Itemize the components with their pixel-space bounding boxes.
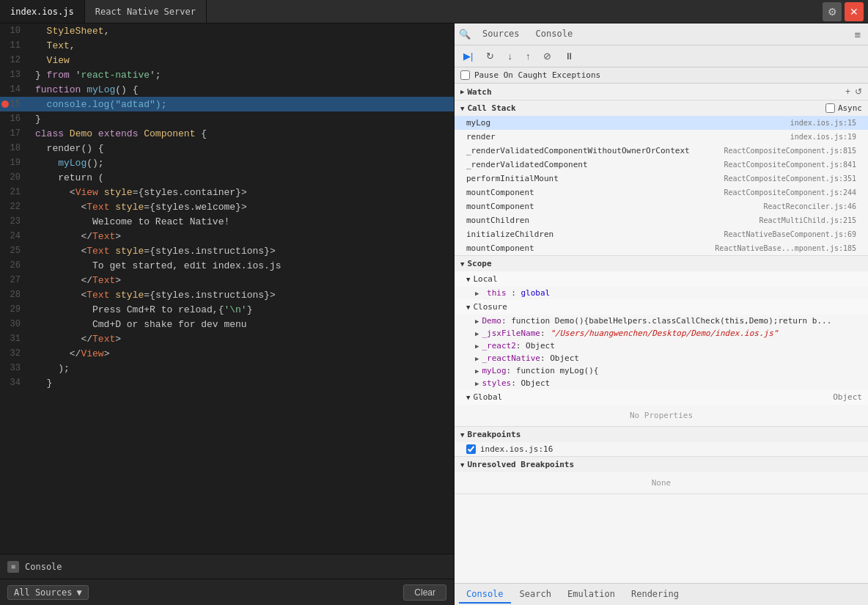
closure-expand-icon: ▶ <box>475 318 479 325</box>
line-gutter[interactable]: 26 <box>0 258 29 273</box>
call-stack-item[interactable]: mountComponentReactReconciler.js:46 <box>455 199 868 213</box>
breakpoint-checkbox[interactable] <box>466 444 476 454</box>
closure-items: ▶Demo: function Demo(){babelHelpers.clas… <box>455 315 868 389</box>
bottom-tab-rendering[interactable]: Rendering <box>624 586 686 604</box>
code-content: Welcome to React Native! <box>29 214 454 229</box>
closure-expand-icon: ▶ <box>475 380 479 387</box>
tab-sources[interactable]: Sources <box>475 26 527 43</box>
closure-header[interactable]: ▼ Closure <box>455 299 868 315</box>
editor-pane: 10 StyleSheet,11 Text,12 View13} from 'r… <box>0 23 455 605</box>
call-stack-item[interactable]: mountComponentReactCompositeComponent.js… <box>455 186 868 199</box>
tab-index-ios[interactable]: index.ios.js <box>0 0 85 23</box>
tab-console[interactable]: Console <box>529 26 581 43</box>
devtools-toolbar: ▶| ↻ ↓ ↑ ⊘ ⏸ <box>455 45 868 67</box>
step-into-button[interactable]: ↓ <box>504 49 515 63</box>
bottom-tab-search[interactable]: Search <box>512 586 559 604</box>
devtools-menu-icon[interactable]: ≡ <box>852 26 864 43</box>
line-gutter[interactable]: 33 <box>0 361 29 375</box>
call-stack-item[interactable]: initializeChildrenReactNativeBaseCompone… <box>455 227 868 241</box>
line-gutter[interactable]: 28 <box>0 287 29 302</box>
async-checkbox[interactable] <box>825 103 835 113</box>
line-gutter[interactable]: 32 <box>0 346 29 361</box>
watch-refresh-button[interactable]: ↺ <box>855 87 862 97</box>
unresolved-label: Unresolved Breakpoints <box>467 460 574 469</box>
gear-button[interactable]: ⚙ <box>823 2 842 21</box>
code-area[interactable]: 10 StyleSheet,11 Text,12 View13} from 'r… <box>0 23 454 554</box>
closure-item[interactable]: ▶_jsxFileName: "/Users/huangwenchen/Desk… <box>455 327 868 340</box>
bottom-tab-console[interactable]: Console <box>459 586 511 604</box>
this-expand-icon: ▶ <box>475 290 479 297</box>
bottom-tabs: ConsoleSearchEmulationRendering <box>459 586 686 604</box>
global-header[interactable]: ▼ Global Object <box>455 389 868 405</box>
sources-dropdown[interactable]: All Sources ▼ <box>7 585 89 600</box>
code-content: function myLog() { <box>29 82 454 97</box>
step-over-button[interactable]: ↻ <box>483 49 497 63</box>
line-gutter[interactable]: 18 <box>0 141 29 155</box>
all-sources-label: All Sources <box>14 587 72 598</box>
code-content: return ( <box>29 170 454 185</box>
code-content: To get started, edit index.ios.js <box>29 258 454 273</box>
line-gutter[interactable]: 29 <box>0 302 29 317</box>
line-gutter[interactable]: 24 <box>0 229 29 243</box>
call-stack-item[interactable]: renderindex.ios.js:19 <box>455 130 868 144</box>
call-stack-item[interactable]: mountComponentReactNativeBase...mponent.… <box>455 241 868 255</box>
devtools-content[interactable]: ▶ Watch + ↺ ▼ Call Stack Async <box>455 84 868 583</box>
step-out-button[interactable]: ↑ <box>523 49 534 63</box>
line-gutter[interactable]: 30 <box>0 317 29 331</box>
search-icon: 🔍 <box>459 29 471 40</box>
call-stack-header[interactable]: ▼ Call Stack Async <box>455 100 868 116</box>
code-line-row: 22 <Text style={styles.welcome}> <box>0 199 454 214</box>
call-stack-item[interactable]: _renderValidatedComponentWithoutOwnerOrC… <box>455 144 868 158</box>
line-gutter[interactable]: 16 <box>0 111 29 126</box>
resume-button[interactable]: ▶| <box>460 49 476 63</box>
line-gutter[interactable]: 19 <box>0 155 29 170</box>
code-line-row: 34 } <box>0 375 454 390</box>
tab-react-native-server[interactable]: React Native Server <box>85 0 207 23</box>
close-button[interactable]: ✕ <box>845 2 864 21</box>
local-this-item[interactable]: ▶ this : global <box>455 287 868 299</box>
code-content: </View> <box>29 346 454 361</box>
call-stack-item[interactable]: mountChildrenReactMultiChild.js:215 <box>455 213 868 227</box>
line-gutter[interactable]: 14 <box>0 82 29 97</box>
pause-button[interactable]: ⏸ <box>562 49 577 63</box>
local-header[interactable]: ▼ Local <box>455 271 868 287</box>
pause-on-caught-checkbox[interactable] <box>460 70 470 80</box>
closure-item[interactable]: ▶_reactNative: Object <box>455 352 868 364</box>
closure-item[interactable]: ▶_react2: Object <box>455 340 868 352</box>
line-gutter[interactable]: 23 <box>0 214 29 229</box>
line-gutter[interactable]: 25 <box>0 243 29 258</box>
code-line-row: 12 View <box>0 53 454 67</box>
watch-header[interactable]: ▶ Watch + ↺ <box>455 84 868 100</box>
line-gutter[interactable]: 31 <box>0 331 29 346</box>
line-gutter[interactable]: 15 <box>0 97 29 111</box>
code-table: 10 StyleSheet,11 Text,12 View13} from 'r… <box>0 23 454 390</box>
call-stack-item[interactable]: performInitialMountReactCompositeCompone… <box>455 172 868 186</box>
line-gutter[interactable]: 27 <box>0 273 29 287</box>
line-gutter[interactable]: 10 <box>0 23 29 38</box>
line-gutter[interactable]: 11 <box>0 38 29 53</box>
line-gutter[interactable]: 20 <box>0 170 29 185</box>
clear-button[interactable]: Clear <box>403 584 446 601</box>
scope-header[interactable]: ▼ Scope <box>455 256 868 271</box>
line-gutter[interactable]: 17 <box>0 126 29 141</box>
code-content: <Text style={styles.instructions}> <box>29 243 454 258</box>
call-stack-item[interactable]: _renderValidatedComponentReactCompositeC… <box>455 158 868 172</box>
call-stack-item[interactable]: myLogindex.ios.js:15 <box>455 116 868 130</box>
watch-add-button[interactable]: + <box>845 87 850 97</box>
local-label: Local <box>473 274 497 284</box>
breakpoints-header[interactable]: ▼ Breakpoints <box>455 427 868 442</box>
bottom-tab-emulation[interactable]: Emulation <box>560 586 622 604</box>
line-gutter[interactable]: 22 <box>0 199 29 214</box>
call-stack-section: ▼ Call Stack Async myLogindex.ios.js:15r… <box>455 100 868 256</box>
dropdown-arrow-icon: ▼ <box>76 587 81 598</box>
closure-item[interactable]: ▶myLog: function myLog(){ <box>455 364 868 377</box>
closure-item[interactable]: ▶styles: Object <box>455 377 868 389</box>
tab-react-native-server-label: React Native Server <box>95 7 196 17</box>
deactivate-button[interactable]: ⊘ <box>540 49 554 63</box>
line-gutter[interactable]: 34 <box>0 375 29 390</box>
line-gutter[interactable]: 12 <box>0 53 29 67</box>
line-gutter[interactable]: 13 <box>0 67 29 82</box>
closure-item[interactable]: ▶Demo: function Demo(){babelHelpers.clas… <box>455 315 868 327</box>
line-gutter[interactable]: 21 <box>0 185 29 199</box>
unresolved-header[interactable]: ▼ Unresolved Breakpoints <box>455 457 868 472</box>
